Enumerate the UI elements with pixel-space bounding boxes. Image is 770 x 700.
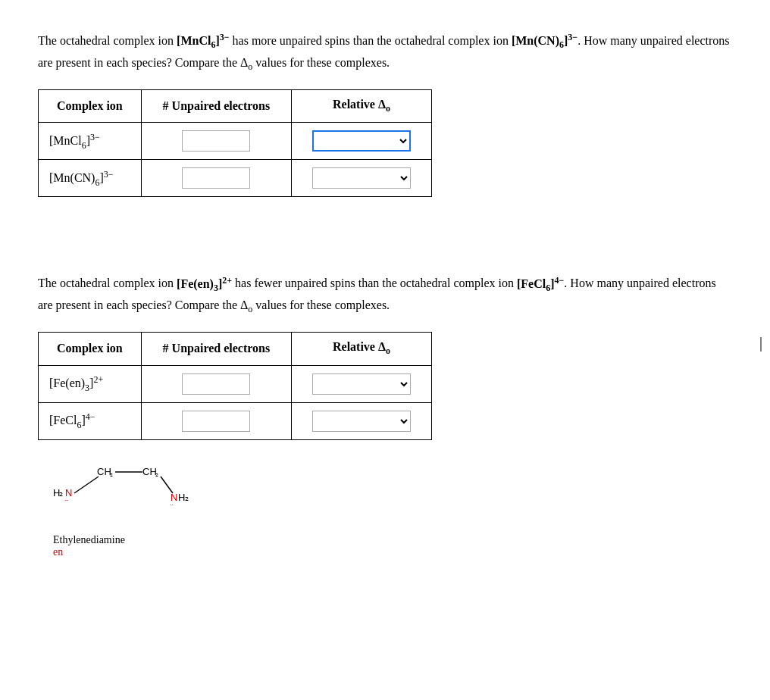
svg-text:₂: ₂ (59, 487, 63, 498)
complex-ion-mncl6: [MnCl6]3− (177, 34, 230, 47)
feen3-electrons-input[interactable] (182, 373, 250, 395)
table-row: [FeCl6]4− larger smaller (39, 402, 432, 439)
fecl6-delta-select[interactable]: larger smaller (312, 411, 411, 432)
svg-line-3 (74, 477, 99, 493)
mncn6-electrons-input[interactable] (182, 167, 250, 189)
svg-text:₂: ₂ (155, 470, 158, 478)
col-header-complex-ion-1: Complex ion (39, 90, 142, 123)
svg-text:₂: ₂ (110, 470, 113, 478)
fecl6-electrons-cell (141, 402, 291, 439)
complex-ion-fecl6: [FeCl6]4− (517, 277, 564, 290)
svg-text:..: .. (64, 495, 68, 502)
cursor-indicator: | (759, 334, 762, 352)
fecl6-delta-cell: larger smaller (291, 402, 431, 439)
col-header-unpaired-1: # Unpaired electrons (141, 90, 291, 123)
table-row: [Mn(CN)6]3− larger smaller (39, 160, 432, 197)
question-1-table: Complex ion # Unpaired electrons Relativ… (38, 89, 432, 197)
question-1-text: The octahedral complex ion [MnCl6]3− has… (38, 30, 732, 74)
mncn6-electrons-cell (141, 160, 291, 197)
molecule-svg: H ₂ N .. CH ₂ CH ₂ N H ₂ (53, 463, 205, 523)
molecule-caption: Ethylenediamine en (53, 534, 732, 558)
svg-text:..: .. (170, 499, 174, 507)
question-2-table: Complex ion # Unpaired electrons Relativ… (38, 332, 432, 439)
svg-text:H: H (178, 492, 185, 503)
mncl6-delta-cell: larger smaller (291, 123, 431, 160)
molecule-abbreviation: en (53, 546, 63, 558)
svg-line-9 (161, 477, 173, 493)
svg-text:₂: ₂ (185, 492, 189, 503)
question-2-block: The octahedral complex ion [Fe(en)3]2+ h… (38, 273, 732, 558)
mncl6-delta-select[interactable]: larger smaller (312, 130, 411, 152)
ethylenediamine-section: H ₂ N .. CH ₂ CH ₂ N H ₂ (38, 463, 732, 558)
svg-text:CH: CH (142, 466, 157, 477)
ion-mncn6-label: [Mn(CN)6]3− (39, 160, 142, 197)
feen3-electrons-cell (141, 365, 291, 402)
molecule-diagram: H ₂ N .. CH ₂ CH ₂ N H ₂ (53, 463, 205, 531)
question-2-text: The octahedral complex ion [Fe(en)3]2+ h… (38, 273, 732, 317)
col-header-complex-ion-2: Complex ion (39, 333, 142, 365)
feen3-delta-cell: larger smaller (291, 365, 431, 402)
col-header-unpaired-2: # Unpaired electrons (141, 333, 291, 365)
col-header-delta-2: Relative Δo (291, 333, 431, 365)
svg-text:CH: CH (97, 466, 111, 477)
table-row: [Fe(en)3]2+ larger smaller (39, 365, 432, 402)
ion-fecl6-label: [FeCl6]4− (39, 402, 142, 439)
fecl6-electrons-input[interactable] (182, 411, 250, 432)
col-header-delta-1: Relative Δo (291, 90, 431, 123)
ion-feen3-label: [Fe(en)3]2+ (39, 365, 142, 402)
mncl6-electrons-input[interactable] (182, 130, 250, 152)
mncl6-electrons-cell (141, 123, 291, 160)
ion-mncl6-label: [MnCl6]3− (39, 123, 142, 160)
molecule-name: Ethylenediamine (53, 534, 125, 545)
table-row: [MnCl6]3− larger smaller (39, 123, 432, 160)
complex-ion-mncn6: [Mn(CN)6]3− (512, 34, 578, 47)
complex-ion-feen3: [Fe(en)3]2+ (177, 277, 232, 290)
mncn6-delta-select[interactable]: larger smaller (312, 167, 411, 189)
question-1-block: The octahedral complex ion [MnCl6]3− has… (38, 30, 732, 197)
mncn6-delta-cell: larger smaller (291, 160, 431, 197)
feen3-delta-select[interactable]: larger smaller (312, 373, 411, 395)
